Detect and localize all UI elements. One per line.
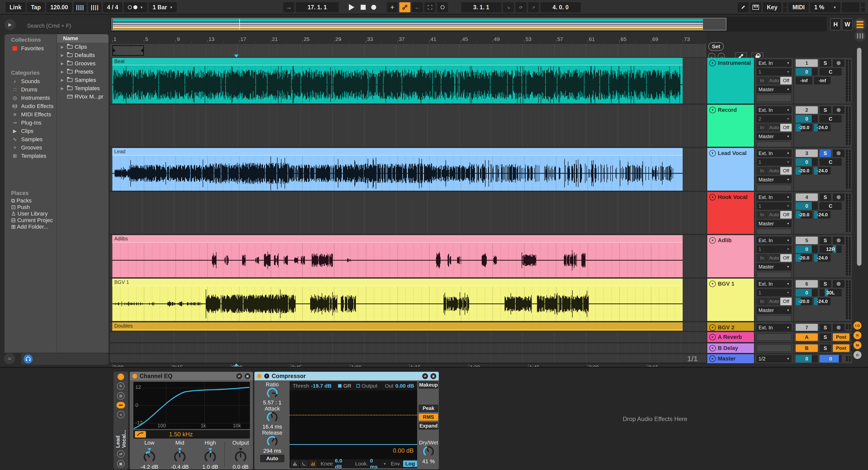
device-activator-icon[interactable] bbox=[257, 374, 262, 379]
track-lane[interactable]: Lead bbox=[111, 148, 706, 191]
monitor-off-button[interactable]: Off bbox=[780, 124, 792, 131]
track-name-cell[interactable]: ▼ A Reverb bbox=[707, 332, 754, 342]
track-header[interactable]: ▼ BGV 2 Ext. In▼ 1▼ In Auto Off Master▼ bbox=[707, 322, 852, 331]
browser-item-row[interactable]: ▶ Defaults bbox=[57, 51, 108, 59]
audio-clip[interactable]: Doubles bbox=[112, 322, 683, 331]
knob[interactable] bbox=[267, 436, 278, 447]
follow-button[interactable]: → bbox=[283, 2, 294, 12]
track-header[interactable]: ▼ Lead Vocal Ext. In▼ 1▼ In Auto Off Mas… bbox=[707, 148, 852, 191]
punch-in-button[interactable]: ↘ bbox=[503, 2, 514, 12]
peak-level-left[interactable]: -20.0 bbox=[796, 211, 812, 219]
solo-button[interactable]: S bbox=[819, 324, 831, 331]
sidebar-category-item[interactable]: ‖|‖ Audio Effects bbox=[11, 102, 57, 110]
overview-viewport[interactable] bbox=[112, 18, 726, 30]
pan-field[interactable]: C bbox=[819, 68, 842, 75]
save-preset-icon[interactable]: ▣ bbox=[117, 460, 125, 468]
compressor-display[interactable]: Thresh -19.7 dB GR Output Out 0.00 dB 0.… bbox=[289, 381, 417, 468]
expand-triangle-icon[interactable]: ▶ bbox=[60, 78, 65, 83]
track-lane[interactable] bbox=[111, 343, 706, 353]
makeup-button[interactable]: Makeup bbox=[419, 381, 438, 388]
metronome-button[interactable]: ▼ bbox=[124, 2, 147, 12]
track-number-button[interactable]: 7 bbox=[796, 324, 818, 331]
track-fold-icon[interactable]: ▼ bbox=[709, 194, 716, 200]
volume-field[interactable]: 0 bbox=[796, 158, 818, 166]
threshold-value[interactable]: -19.7 dB bbox=[311, 383, 332, 389]
clip-title-bar[interactable]: BGV 1 bbox=[112, 279, 683, 286]
vertical-scrollbar[interactable] bbox=[857, 48, 862, 266]
browser-fold-button[interactable]: ▶ bbox=[4, 19, 16, 30]
arm-button[interactable] bbox=[833, 150, 844, 157]
output-menu[interactable]: Master▼ bbox=[756, 133, 792, 140]
monitor-auto-button[interactable]: Auto bbox=[769, 254, 780, 262]
peak-level-left[interactable]: -20.0 bbox=[796, 254, 812, 262]
sidebar-category-item[interactable]: ≈ Grooves bbox=[11, 144, 57, 152]
track-fold-icon[interactable]: ▼ bbox=[709, 107, 716, 113]
record-button[interactable] bbox=[369, 5, 378, 10]
expand-menu-button[interactable] bbox=[854, 18, 867, 31]
knob-value[interactable]: 1.0 dB bbox=[196, 464, 224, 470]
expand-triangle-icon[interactable]: ▶ bbox=[60, 70, 65, 74]
monitor-in-button[interactable]: In bbox=[756, 77, 768, 85]
groove-pool-button[interactable]: ≈ bbox=[4, 353, 15, 364]
monitor-off-button[interactable]: Off bbox=[780, 77, 792, 85]
chain-list-icon[interactable]: ≡ bbox=[117, 411, 125, 418]
midi-map-button[interactable]: MIDI bbox=[788, 2, 809, 12]
peak-level-left[interactable]: -20.0 bbox=[796, 124, 812, 131]
browser-item-row[interactable]: ▶ Presets bbox=[57, 68, 108, 76]
arrangement-position-field[interactable]: 17. 1. 1 bbox=[296, 2, 339, 12]
peak-level-right[interactable]: -24.0 bbox=[814, 254, 831, 262]
clip-title-bar[interactable]: Lead bbox=[112, 148, 683, 156]
time-signature-field[interactable]: 4 / 4 bbox=[103, 2, 122, 12]
arrangement-overview[interactable] bbox=[111, 17, 827, 32]
nudge-up-button[interactable]: |||| bbox=[88, 2, 101, 12]
monitor-auto-button[interactable]: Auto bbox=[769, 77, 780, 85]
mixer-section-toggle-button[interactable]: M bbox=[854, 341, 862, 349]
volume-field[interactable]: 0 bbox=[796, 202, 818, 210]
track-fold-icon[interactable]: ▼ bbox=[709, 355, 716, 362]
clip-title-bar[interactable]: Doubles bbox=[112, 322, 683, 330]
track-fold-icon[interactable]: ▼ bbox=[709, 281, 716, 287]
monitor-off-button[interactable]: Off bbox=[780, 298, 792, 305]
track-fold-icon[interactable]: ▼ bbox=[709, 345, 716, 351]
browser-item-row[interactable]: ▶ Templates bbox=[57, 84, 108, 92]
pre-post-toggle[interactable]: Post bbox=[833, 344, 849, 352]
expand-triangle-icon[interactable]: ▶ bbox=[60, 45, 65, 49]
monitor-auto-button[interactable]: Auto bbox=[769, 124, 780, 131]
output-checkbox[interactable] bbox=[356, 384, 360, 387]
auto-release-button[interactable]: Auto bbox=[260, 455, 284, 462]
track-fold-icon[interactable]: ▼ bbox=[709, 150, 716, 157]
monitor-off-button[interactable]: Off bbox=[780, 167, 792, 175]
input-channel-menu[interactable]: 2▼ bbox=[756, 115, 792, 123]
sidechain-button[interactable] bbox=[309, 461, 317, 467]
track-lane[interactable]: Beat bbox=[111, 58, 706, 103]
track-lane[interactable] bbox=[111, 192, 706, 234]
device-drop-zone[interactable]: Drop Audio Effects Here bbox=[442, 368, 868, 470]
knob-value[interactable]: -4.2 dB bbox=[135, 464, 163, 470]
groove-quantize-menu[interactable]: 1 Bar▼ bbox=[149, 2, 177, 12]
audio-clip[interactable]: Lead bbox=[112, 148, 683, 191]
pan-field[interactable]: 12R bbox=[819, 245, 842, 253]
clip-title-bar[interactable]: Beat bbox=[112, 58, 683, 65]
monitor-auto-button[interactable]: Auto bbox=[769, 167, 780, 175]
volume-field[interactable]: 0 bbox=[796, 68, 818, 75]
arm-button[interactable] bbox=[833, 324, 844, 331]
transfer-curve-button[interactable] bbox=[300, 461, 308, 467]
solo-button[interactable]: S bbox=[819, 106, 831, 114]
track-name-cell[interactable]: ▼ Instrumental bbox=[707, 58, 754, 103]
expand-triangle-icon[interactable]: ▶ bbox=[60, 61, 65, 66]
track-lane[interactable]: 1/1 bbox=[111, 354, 706, 363]
automation-arm-button[interactable] bbox=[399, 2, 410, 12]
device-activator-icon[interactable] bbox=[132, 374, 137, 379]
track-fold-icon[interactable]: ▼ bbox=[709, 324, 716, 331]
add-device-icon[interactable]: ⊞ bbox=[117, 392, 125, 400]
tempo-field[interactable]: 120.00 bbox=[46, 2, 72, 12]
track-name-cell[interactable]: ▼ Lead Vocal bbox=[707, 148, 754, 191]
sidebar-category-item[interactable]: ⊸ Plug-Ins bbox=[11, 119, 57, 127]
device-tab-active-icon[interactable] bbox=[117, 402, 125, 408]
dry-wet-value[interactable]: 41 % bbox=[419, 458, 438, 465]
input-channel-menu[interactable]: 1▼ bbox=[756, 158, 792, 166]
mixer-section-toggle-button[interactable]: D bbox=[854, 351, 862, 359]
expand-mode-button[interactable]: Expand bbox=[419, 422, 438, 430]
master-pan-field[interactable]: 0 bbox=[819, 355, 842, 363]
re-enable-automation-button[interactable]: ← bbox=[412, 2, 423, 12]
